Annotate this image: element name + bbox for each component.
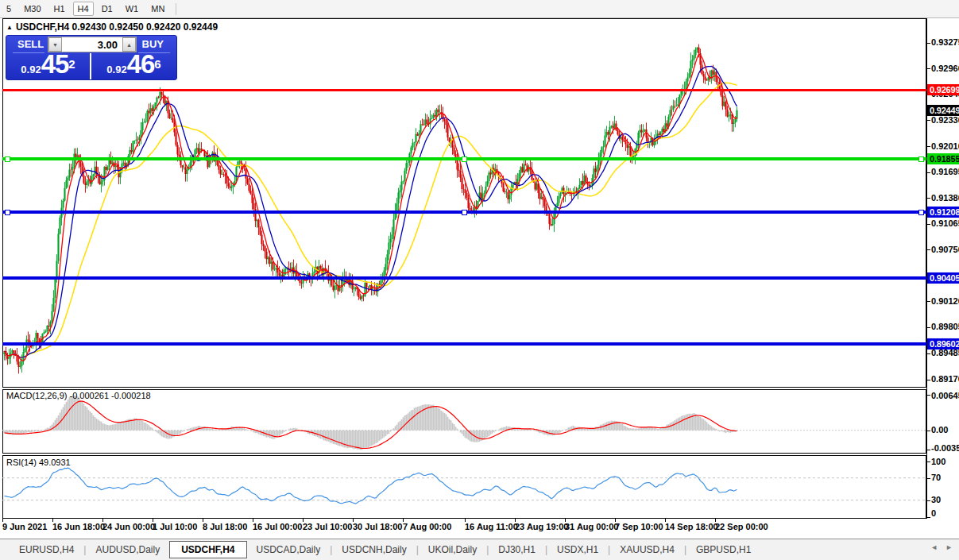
date-label: 16 Jul 00:00	[253, 522, 302, 531]
hline-handle-right[interactable]	[918, 156, 924, 162]
macd-tick	[926, 431, 930, 431]
chart-tab-xauusd[interactable]: XAUUSD,H4	[610, 542, 684, 558]
tab-scroll-left-icon[interactable]: ◄	[930, 543, 938, 551]
hline-handle-center[interactable]	[462, 210, 467, 215]
rsi-tick	[926, 462, 930, 462]
buy-button[interactable]: BUY	[142, 38, 164, 50]
chart-tab-gbpusd[interactable]: GBPUSD,H1	[686, 542, 760, 558]
chart-tab-ukoil[interactable]: UKOil,Daily	[419, 542, 486, 558]
rsi-chart-canvas[interactable]	[2, 455, 926, 519]
price-tick	[926, 353, 930, 354]
price-tick-label: 0.90120	[931, 296, 958, 307]
horizontal-line-0.92699[interactable]	[2, 89, 926, 91]
price-tick	[926, 68, 930, 69]
price-tick-label: 0.92330	[931, 115, 958, 126]
chart-tab-eurusd[interactable]: EURUSD,H4	[10, 542, 83, 558]
date-label: 7 Aug 00:00	[403, 522, 451, 531]
chart-tab-usdcad[interactable]: USDCAD,Daily	[247, 542, 331, 558]
price-tick	[926, 224, 930, 225]
hline-handle-left[interactable]	[5, 156, 10, 162]
tab-scroll-arrows: ◄ ►	[930, 543, 953, 551]
price-tick-label: 0.92960	[931, 64, 958, 74]
price-badge-0.92699: 0.92699	[927, 84, 959, 95]
hline-handle-left[interactable]	[5, 210, 10, 215]
price-badge-0.91855: 0.91855	[927, 153, 959, 164]
date-label: 30 Jul 18:00	[353, 522, 402, 531]
price-badge-0.91208: 0.91208	[927, 207, 959, 218]
timeframe-button-mn[interactable]: MN	[146, 2, 169, 16]
price-badge-0.90405: 0.90405	[927, 272, 959, 284]
sell-price-prefix: 0.92	[21, 64, 41, 76]
buy-price-prefix: 0.92	[106, 64, 126, 76]
rsi-tick-label: 30	[931, 495, 958, 505]
sell-price-button[interactable]: 0.92452	[6, 53, 91, 79]
buy-price-pip: 6	[154, 58, 160, 70]
date-label: 23 Jul 10:00	[303, 522, 352, 531]
rsi-tick	[926, 500, 930, 501]
rsi-line	[5, 468, 737, 504]
macd-label: MACD(12,26,9) -0.000261 -0.000218	[6, 391, 151, 400]
price-tick	[926, 120, 930, 121]
timeframe-toolbar: 5M30H1H4D1W1MN	[0, 0, 959, 18]
timeframe-button-d1[interactable]: D1	[97, 2, 118, 16]
price-tick-label: 0.91380	[931, 193, 958, 203]
buy-price-button[interactable]: 0.92466	[91, 53, 176, 79]
price-tick-label: 0.90750	[931, 245, 958, 255]
timeframe-button-5[interactable]: 5	[2, 2, 16, 16]
sell-button[interactable]: SELL	[17, 38, 44, 50]
down-candle-bodies	[6, 48, 733, 367]
macd-tick-label: 0.006451	[931, 391, 958, 401]
buy-price-big: 46	[127, 52, 155, 76]
rsi-tick	[926, 478, 930, 479]
price-tick-label: 0.91065	[931, 218, 958, 229]
one-click-trading-panel: SELL ▼ ▲ BUY 0.92452 0.92466	[6, 35, 177, 80]
horizontal-line-0.90405[interactable]	[2, 276, 926, 280]
chart-tab-audusd[interactable]: AUDUSD,Daily	[86, 542, 169, 558]
price-tick-label: 0.89805	[931, 322, 958, 332]
horizontal-line-0.89602[interactable]	[2, 342, 926, 346]
price-tick	[926, 380, 930, 380]
date-label: 22 Sep 00:00	[715, 522, 768, 531]
timeframe-button-m30[interactable]: M30	[19, 2, 45, 16]
chart-title-text: USDCHF,H4 0.92430 0.92450 0.92420 0.9244…	[16, 21, 218, 33]
down-candle-wicks	[6, 44, 733, 374]
volume-input[interactable]	[62, 37, 122, 52]
toolbar-separator	[176, 3, 176, 15]
date-label: 1 Jul 10:00	[153, 522, 197, 531]
chart-tab-usdchf[interactable]: USDCHF,H4	[169, 541, 246, 558]
date-label: 16 Jun 18:00	[52, 522, 105, 531]
chart-tab-dj30[interactable]: DJ30,H1	[489, 542, 545, 558]
hline-handle-right[interactable]	[918, 210, 924, 215]
timeframe-button-h4[interactable]: H4	[73, 2, 94, 16]
price-tick	[926, 301, 930, 302]
mt4-window: 5M30H1H4D1W1MN 0.932750.929600.926450.92…	[0, 0, 959, 560]
sell-price-big: 45	[41, 52, 69, 76]
price-tick-label: 0.89170	[931, 374, 958, 384]
rsi-label: RSI(14) 49.0931	[6, 458, 71, 467]
price-tick	[926, 146, 930, 147]
timeframe-button-h1[interactable]: H1	[49, 2, 70, 16]
price-tick	[926, 172, 930, 173]
rsi-tick	[926, 517, 930, 518]
macd-tick	[926, 450, 930, 450]
date-label: 23 Aug 19:00	[515, 522, 568, 531]
tab-scroll-right-icon[interactable]: ►	[945, 543, 953, 551]
price-tick	[926, 43, 930, 44]
chart-tab-usdx[interactable]: USDX,H1	[547, 542, 608, 558]
up-candle-bodies	[5, 48, 737, 367]
chart-header: ▲USDCHF,H4 0.92430 0.92450 0.92420 0.924…	[6, 21, 218, 33]
date-label: 9 Jun 2021	[2, 522, 47, 531]
price-badge-0.89602: 0.89602	[927, 338, 959, 350]
chart-tab-usdcnh[interactable]: USDCNH,Daily	[332, 542, 416, 558]
price-tick-label: 0.93275	[931, 37, 958, 48]
date-label: 7 Sep 10:00	[615, 522, 663, 531]
hline-handle-center[interactable]	[462, 156, 467, 162]
price-tick-label: 0.92010	[931, 141, 958, 152]
macd-tick-label: 0.00	[931, 425, 958, 435]
macd-tick-label: -0.003507	[931, 443, 958, 454]
timeframe-button-w1[interactable]: W1	[121, 2, 144, 16]
one-click-collapse-icon[interactable]: ▲	[6, 24, 13, 31]
date-label: 16 Aug 11:00	[465, 522, 518, 531]
date-label: 31 Aug 00:00	[565, 522, 618, 531]
slow-ma-line	[5, 83, 737, 357]
